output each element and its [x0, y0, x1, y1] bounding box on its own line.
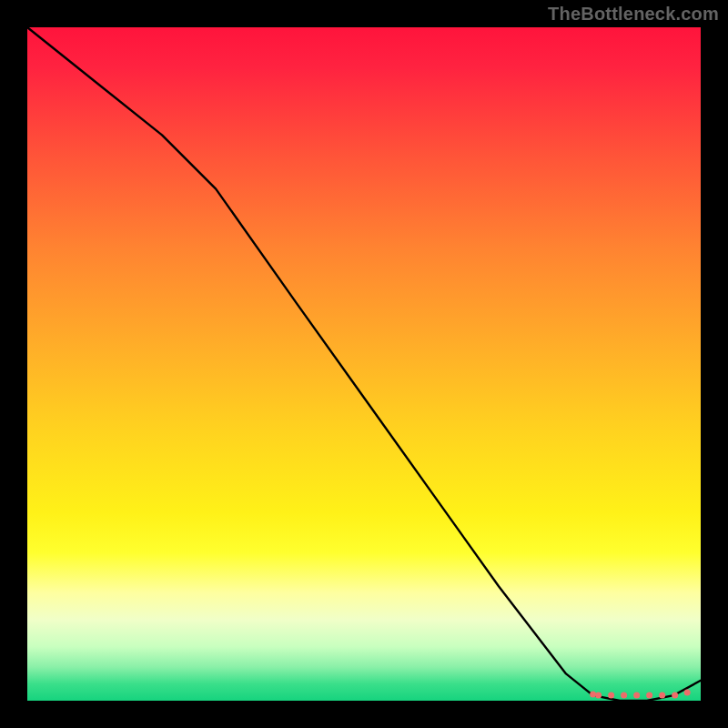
main-curve [27, 27, 701, 701]
attribution-text: TheBottleneck.com [548, 4, 719, 25]
chart-overlay [27, 27, 701, 701]
plot-area [27, 27, 701, 701]
marker-dots [593, 693, 688, 695]
chart-frame: TheBottleneck.com [0, 0, 728, 728]
